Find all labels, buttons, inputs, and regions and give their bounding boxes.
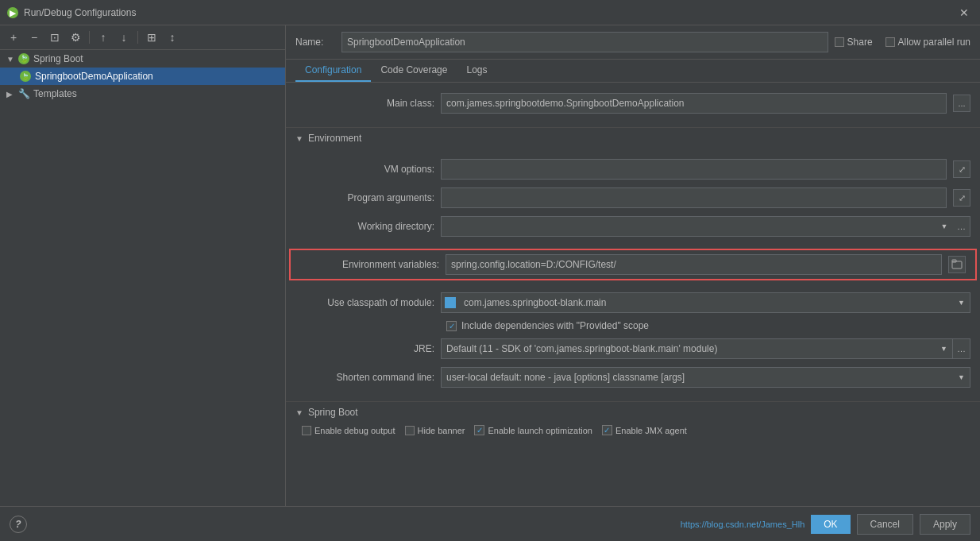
cancel-button[interactable]: Cancel (857, 514, 913, 535)
move-up-button[interactable]: ↑ (95, 29, 112, 46)
templates-icon: 🔧 (17, 87, 30, 100)
parallel-checkbox[interactable] (885, 37, 895, 47)
enable-launch-checkbox[interactable] (474, 425, 484, 435)
classpath-input[interactable] (459, 292, 953, 313)
include-deps-row: Include dependencies with "Provided" sco… (446, 317, 970, 334)
jre-dropdown-button[interactable]: ▼ (936, 338, 953, 359)
shorten-cmd-label: Shorten command line: (295, 372, 434, 383)
share-option: Share (835, 37, 873, 48)
main-class-more-button[interactable]: ... (953, 95, 970, 112)
vm-options-row: VM options: ⤢ (295, 155, 970, 184)
working-dir-label: Working directory: (295, 221, 434, 232)
name-label: Name: (295, 37, 335, 48)
program-args-input[interactable] (441, 187, 947, 208)
spring-boot-section-arrow: ▼ (295, 408, 303, 417)
hide-banner-item: Hide banner (405, 426, 465, 435)
spring-boot-checkboxes: Enable debug output Hide banner Enable l… (302, 423, 980, 438)
edit-button[interactable]: ⚙ (67, 29, 84, 46)
working-dir-input-wrap: ▼ … (441, 216, 970, 237)
shorten-cmd-row: Shorten command line: ▼ (295, 363, 970, 392)
spring-app-icon: 🍃 (19, 70, 32, 83)
include-deps-checkbox[interactable] (446, 321, 457, 331)
spring-boot-group-label: Spring Boot (33, 53, 83, 64)
parallel-option: Allow parallel run (885, 37, 970, 48)
hide-banner-checkbox[interactable] (405, 426, 415, 435)
templates-arrow: ▶ (6, 90, 17, 99)
tree-group-spring-boot[interactable]: ▼ 🍃 Spring Boot (0, 50, 285, 68)
classpath-section: Use classpath of module: ▼ Include depen… (286, 282, 980, 398)
shorten-cmd-input[interactable] (441, 367, 953, 388)
name-input[interactable] (341, 32, 828, 52)
working-dir-row: Working directory: ▼ … (295, 212, 970, 241)
content-area: Main class: ... ▼ Environment VM options… (286, 83, 980, 506)
right-panel: Name: Share Allow parallel run Configura… (286, 25, 980, 506)
spring-boot-section-header[interactable]: ▼ Spring Boot (286, 401, 980, 423)
env-variables-input[interactable] (446, 254, 942, 275)
parallel-label: Allow parallel run (898, 37, 970, 48)
jre-row: JRE: ▼ … (295, 334, 970, 363)
enable-debug-label: Enable debug output (314, 426, 395, 435)
jre-dropdown-wrap: ▼ … (441, 338, 970, 359)
classpath-dropdown-button[interactable]: ▼ (953, 292, 970, 313)
env-variables-row: Environment variables: (289, 249, 977, 280)
env-variables-browse-button[interactable] (948, 256, 966, 273)
classpath-module-icon (445, 297, 456, 308)
toolbar-separator-2 (137, 31, 138, 44)
copy-button[interactable]: ⊡ (46, 29, 64, 46)
remove-button[interactable]: − (25, 29, 43, 46)
name-row: Name: Share Allow parallel run (286, 25, 980, 60)
apply-button[interactable]: Apply (920, 514, 970, 535)
close-button[interactable]: ✕ (955, 3, 974, 22)
bottom-bar: ? https://blog.csdn.net/James_Hlh OK Can… (0, 506, 980, 541)
tabs-bar: Configuration Code Coverage Logs (286, 60, 980, 83)
vm-options-expand[interactable]: ⤢ (953, 160, 970, 178)
program-args-expand[interactable]: ⤢ (953, 189, 970, 207)
env-section-arrow: ▼ (295, 134, 303, 143)
toolbar-separator (89, 31, 90, 44)
tab-logs[interactable]: Logs (457, 60, 496, 82)
templates-label: Templates (33, 88, 77, 99)
shorten-cmd-dropdown-button[interactable]: ▼ (953, 367, 970, 388)
main-class-section: Main class: ... (286, 83, 980, 124)
left-toolbar: + − ⊡ ⚙ ↑ ↓ ⊞ ↕ (0, 25, 285, 50)
tab-code-coverage[interactable]: Code Coverage (371, 60, 457, 82)
move-down-button[interactable]: ↓ (115, 29, 133, 46)
classpath-dropdown-wrap: ▼ (441, 292, 970, 313)
share-checkbox[interactable] (835, 37, 844, 47)
tree-item-app[interactable]: 🍃 SpringbootDemoApplication (0, 68, 285, 85)
vm-options-label: VM options: (295, 164, 434, 175)
svg-text:▶: ▶ (10, 9, 17, 17)
add-button[interactable]: + (5, 29, 22, 46)
enable-debug-checkbox[interactable] (302, 426, 311, 435)
enable-debug-item: Enable debug output (302, 426, 395, 435)
main-class-label: Main class: (295, 98, 434, 109)
env-variables-label: Environment variables: (300, 259, 439, 270)
vm-options-input[interactable] (441, 159, 947, 180)
classpath-label: Use classpath of module: (295, 297, 434, 308)
program-args-row: Program arguments: ⤢ (295, 184, 970, 212)
working-dir-input[interactable] (441, 216, 936, 237)
working-dir-more-button[interactable]: … (953, 216, 970, 237)
jre-more-button[interactable]: … (953, 338, 970, 359)
program-args-label: Program arguments: (295, 192, 434, 203)
tab-configuration[interactable]: Configuration (295, 60, 371, 82)
left-panel: + − ⊡ ⚙ ↑ ↓ ⊞ ↕ ▼ 🍃 Spring Boot (0, 25, 286, 506)
jre-input[interactable] (441, 338, 936, 359)
title-bar: ▶ Run/Debug Configurations ✕ (0, 0, 980, 25)
filter-button[interactable]: ⊞ (143, 29, 160, 46)
main-class-row: Main class: ... (295, 89, 970, 118)
help-button[interactable]: ? (10, 516, 27, 533)
ok-button[interactable]: OK (811, 515, 850, 534)
environment-section-header[interactable]: ▼ Environment (286, 127, 980, 149)
include-deps-label: Include dependencies with "Provided" sco… (461, 320, 649, 331)
jre-label: JRE: (295, 343, 434, 354)
tree-item-templates[interactable]: ▶ 🔧 Templates (0, 85, 285, 102)
spring-boot-arrow: ▼ (6, 55, 17, 64)
working-dir-dropdown-button[interactable]: ▼ (936, 216, 953, 237)
enable-jmx-checkbox[interactable] (602, 425, 612, 435)
enable-jmx-label: Enable JMX agent (615, 426, 687, 435)
sort-button[interactable]: ↕ (164, 29, 181, 46)
shorten-cmd-dropdown-wrap: ▼ (441, 367, 970, 388)
app-item-label: SpringbootDemoApplication (35, 71, 153, 82)
main-class-input[interactable] (441, 93, 947, 114)
